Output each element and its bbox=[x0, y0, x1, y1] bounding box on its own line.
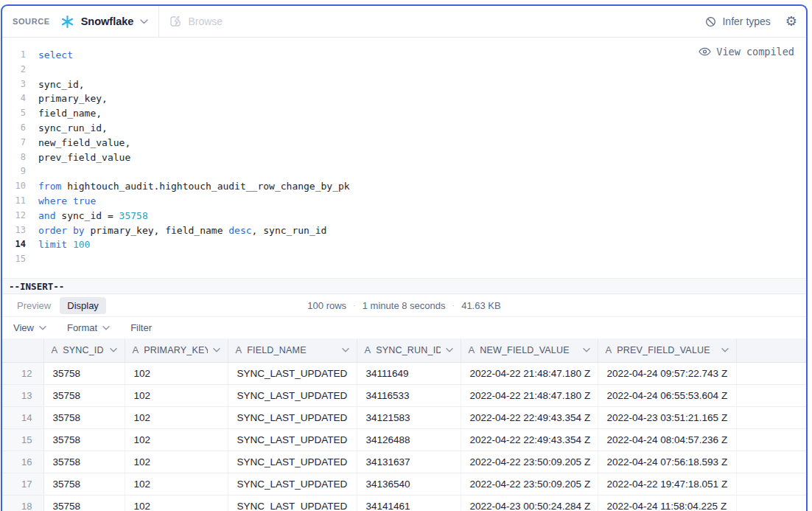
column-header-sync_id[interactable]: ASYNC_ID bbox=[43, 338, 125, 362]
toolbar-filter-button[interactable]: Filter bbox=[130, 322, 152, 333]
column-header-inner: AFIELD_NAME bbox=[236, 344, 349, 355]
column-header-primary_key[interactable]: APRIMARY_KEY bbox=[125, 338, 228, 362]
table-cell: 2022-04-22 23:50:09.205 Z bbox=[461, 451, 598, 473]
table-cell: SYNC_LAST_UPDATED bbox=[228, 362, 357, 384]
browse-label: Browse bbox=[188, 15, 223, 27]
tab-preview[interactable]: Preview bbox=[10, 297, 58, 314]
table-row[interactable]: 1635758102SYNC_LAST_UPDATED341316372022-… bbox=[2, 451, 806, 473]
results-grid: ASYNC_IDAPRIMARY_KEYAFIELD_NAMEASYNC_RUN… bbox=[2, 338, 806, 511]
chevron-down-icon[interactable] bbox=[446, 348, 453, 352]
line-number: 1 bbox=[2, 48, 26, 63]
code-text: select bbox=[38, 48, 73, 63]
trailing-empty-cell bbox=[736, 428, 806, 451]
table-cell: 34131637 bbox=[357, 451, 461, 473]
line-number: 7 bbox=[2, 136, 26, 150]
tab-display[interactable]: Display bbox=[60, 297, 106, 314]
code-text: prev_field_value bbox=[38, 150, 130, 165]
table-cell: 2022-04-24 09:57:22.743 Z bbox=[598, 362, 736, 384]
table-cell: 102 bbox=[125, 406, 228, 428]
view-compiled-label: View compiled bbox=[716, 46, 794, 58]
table-cell: 2022-04-24 11:58:04.225 Z bbox=[598, 495, 736, 511]
table-row[interactable]: 1535758102SYNC_LAST_UPDATED341264882022-… bbox=[2, 428, 806, 451]
row-number: 14 bbox=[2, 406, 43, 428]
string-type-icon: A bbox=[469, 344, 475, 355]
column-name: PREV_FIELD_VALUE bbox=[617, 345, 715, 355]
chevron-down-icon[interactable] bbox=[721, 348, 729, 352]
table-cell: 102 bbox=[125, 451, 228, 473]
table-cell: 2022-04-22 21:48:47.180 Z bbox=[461, 362, 598, 384]
table-row[interactable]: 1735758102SYNC_LAST_UPDATED341365402022-… bbox=[2, 473, 806, 495]
table-cell: 102 bbox=[125, 428, 228, 451]
table-row[interactable]: 1435758102SYNC_LAST_UPDATED341215832022-… bbox=[2, 406, 806, 428]
toolbar-view-button[interactable]: View bbox=[13, 322, 46, 333]
chevron-down-icon[interactable] bbox=[110, 348, 117, 352]
table-cell: 2022-04-24 07:56:18.593 Z bbox=[598, 451, 736, 473]
table-cell: 34116533 bbox=[357, 384, 461, 406]
code-line: 6sync_run_id, bbox=[2, 121, 806, 136]
eye-icon bbox=[699, 47, 711, 56]
table-cell: 2022-04-22 19:47:18.051 Z bbox=[598, 473, 736, 495]
table-cell: 35758 bbox=[43, 362, 125, 384]
code-line: 5field_name, bbox=[2, 106, 806, 121]
column-header-inner: APREV_FIELD_VALUE bbox=[606, 344, 729, 355]
table-cell: SYNC_LAST_UPDATED bbox=[228, 384, 357, 406]
code-line: 13order by primary_key, field_name desc,… bbox=[2, 223, 806, 238]
table-cell: 35758 bbox=[43, 473, 125, 495]
infer-types-button[interactable]: Infer types bbox=[705, 15, 770, 27]
column-name: PRIMARY_KEY bbox=[144, 345, 207, 355]
column-header-new_field_value[interactable]: ANEW_FIELD_VALUE bbox=[461, 338, 598, 362]
column-header-prev_field_value[interactable]: APREV_FIELD_VALUE bbox=[598, 338, 736, 362]
table-cell: 102 bbox=[125, 384, 228, 406]
view-compiled-button[interactable]: View compiled bbox=[699, 46, 794, 58]
table-cell: 2022-04-22 23:50:09.205 Z bbox=[461, 473, 598, 495]
table-cell: 102 bbox=[125, 362, 228, 384]
table-cell: 35758 bbox=[43, 428, 125, 451]
vim-mode-indicator: --INSERT-- bbox=[9, 281, 64, 292]
table-cell: SYNC_LAST_UPDATED bbox=[228, 495, 357, 511]
browse-icon bbox=[169, 15, 181, 27]
table-row[interactable]: 1835758102SYNC_LAST_UPDATED341414612022-… bbox=[2, 495, 806, 511]
line-number: 4 bbox=[2, 91, 26, 106]
sql-code-editor[interactable]: 1select23sync_id,4primary_key,5field_nam… bbox=[2, 38, 806, 278]
column-header-sync_run_id[interactable]: ASYNC_RUN_ID bbox=[357, 338, 461, 362]
chevron-down-icon[interactable] bbox=[213, 348, 220, 352]
string-type-icon: A bbox=[365, 344, 371, 355]
line-number: 15 bbox=[2, 252, 26, 267]
code-line: 11where true bbox=[2, 194, 806, 209]
code-line: 3sync_id, bbox=[2, 77, 806, 92]
column-header-field_name[interactable]: AFIELD_NAME bbox=[228, 338, 357, 362]
string-type-icon: A bbox=[236, 344, 242, 355]
toolbar-format-button[interactable]: Format bbox=[67, 322, 110, 333]
source-select[interactable]: Snowflake bbox=[60, 15, 149, 29]
code-text: from hightouch_audit.hightouch_audit__ro… bbox=[38, 179, 350, 194]
code-line: 10from hightouch_audit.hightouch_audit__… bbox=[2, 179, 806, 194]
row-number: 18 bbox=[2, 495, 43, 511]
table-cell: 35758 bbox=[43, 384, 125, 406]
chevron-down-icon[interactable] bbox=[342, 348, 349, 352]
stat-value: 100 rows bbox=[307, 300, 346, 311]
trailing-empty-cell bbox=[736, 495, 806, 511]
browse-button[interactable]: Browse bbox=[169, 15, 223, 27]
table-cell: SYNC_LAST_UPDATED bbox=[228, 473, 357, 495]
table-cell: 35758 bbox=[43, 406, 125, 428]
chevron-down-icon bbox=[39, 326, 46, 330]
string-type-icon: A bbox=[133, 344, 139, 355]
code-text: where true bbox=[38, 194, 96, 209]
table-cell: SYNC_LAST_UPDATED bbox=[228, 406, 357, 428]
infer-types-label: Infer types bbox=[722, 15, 770, 27]
code-line: 4primary_key, bbox=[2, 91, 806, 106]
table-cell: 35758 bbox=[43, 495, 125, 511]
results-tabs-row: 100 rows·1 minute 8 seconds·41.63 KB Pre… bbox=[2, 294, 806, 317]
chevron-down-icon[interactable] bbox=[583, 348, 590, 352]
column-header-inner: ANEW_FIELD_VALUE bbox=[469, 344, 590, 355]
code-line: 9 bbox=[2, 164, 806, 179]
table-row[interactable]: 1335758102SYNC_LAST_UPDATED341165332022-… bbox=[2, 384, 806, 406]
gear-icon[interactable]: ⚙ bbox=[785, 15, 797, 28]
slash-circle-icon bbox=[705, 16, 716, 27]
table-row[interactable]: 1235758102SYNC_LAST_UPDATED341116492022-… bbox=[2, 362, 806, 384]
code-text: field_name, bbox=[38, 106, 102, 121]
table-cell: 34121583 bbox=[357, 406, 461, 428]
line-number: 6 bbox=[2, 121, 26, 136]
table-cell: SYNC_LAST_UPDATED bbox=[228, 428, 357, 451]
code-text: sync_id, bbox=[38, 77, 85, 92]
